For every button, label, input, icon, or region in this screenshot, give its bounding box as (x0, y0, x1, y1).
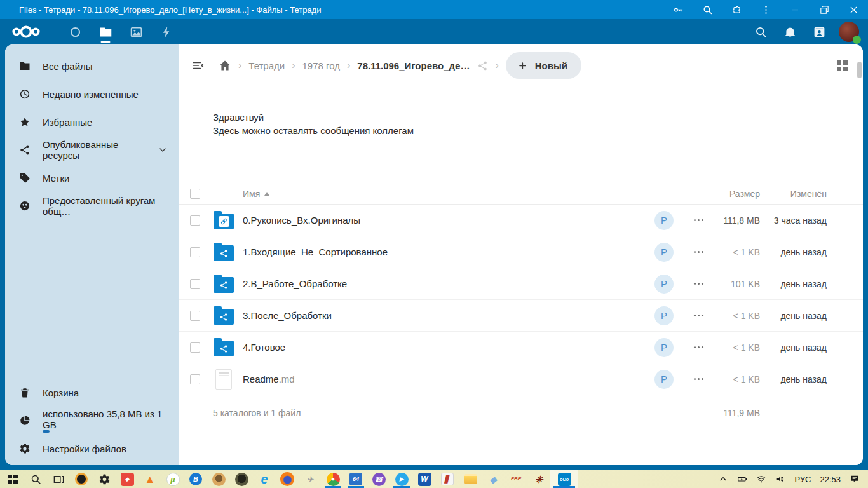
sidebar-item-shares[interactable]: Опубликованные ресурсы (5, 136, 179, 164)
select-all-checkbox[interactable] (190, 189, 200, 199)
taskbar-viber-icon[interactable]: ☎ (367, 470, 390, 488)
taskbar-word-icon[interactable]: W (413, 470, 436, 488)
row-checkbox[interactable] (190, 342, 200, 353)
more-actions-icon[interactable] (698, 378, 700, 380)
user-avatar[interactable] (839, 22, 859, 42)
sharee-avatar[interactable]: P (654, 338, 674, 357)
action-center-icon[interactable] (845, 470, 864, 488)
taskbar-plane-app-icon[interactable]: ✈ (299, 470, 322, 488)
row-checkbox[interactable] (190, 279, 200, 289)
sidebar-item-recent[interactable]: Недавно изменённые (5, 80, 179, 108)
tray-chevron-up-icon[interactable] (714, 470, 733, 488)
more-actions-icon[interactable] (698, 283, 700, 285)
extensions-icon[interactable] (722, 0, 751, 19)
share-current-folder-icon[interactable] (477, 60, 488, 71)
nextcloud-header (0, 19, 868, 44)
tray-battery-icon[interactable] (733, 470, 752, 488)
dashboard-app-icon[interactable] (60, 19, 90, 44)
taskbar-dosbox-icon[interactable]: 64 (344, 470, 367, 488)
grid-view-toggle-icon[interactable] (837, 60, 848, 71)
saved-passwords-icon[interactable] (663, 0, 693, 19)
column-header-modified[interactable]: Изменён (768, 189, 863, 199)
taskbar-search-icon[interactable] (24, 470, 47, 488)
taskbar-edge-icon[interactable]: e (253, 470, 276, 488)
close-button[interactable] (839, 0, 868, 19)
sidebar-item-tags[interactable]: Метки (5, 164, 179, 192)
quota-pie-icon (19, 415, 31, 426)
sidebar-item-shared-with-circles[interactable]: Предоставленный кругам общ… (5, 192, 179, 220)
sharee-avatar[interactable]: P (654, 274, 674, 294)
taskbar-bluetooth-icon[interactable]: B (184, 470, 207, 488)
files-app-icon[interactable] (90, 19, 121, 44)
taskbar-game-character-icon[interactable] (207, 470, 230, 488)
new-button[interactable]: Новый (506, 52, 581, 79)
sharee-avatar[interactable]: P (654, 243, 674, 262)
taskbar-utorrent-icon[interactable]: µ (161, 470, 184, 488)
scrollbar-thumb[interactable] (857, 62, 862, 78)
sidebar-item-favorites[interactable]: Избранные (5, 108, 179, 136)
file-table: Имя Размер Изменён 0.Рукопись_Вх.Оригина… (179, 183, 863, 395)
taskbar-firefox-icon[interactable] (276, 470, 299, 488)
sharee-avatar[interactable]: P (654, 306, 674, 325)
taskbar-telegram-icon[interactable]: ▶ (390, 470, 413, 488)
tray-clock[interactable]: 22:53 (815, 470, 845, 488)
restore-button[interactable] (810, 0, 839, 19)
taskbar-dark-round-app-icon[interactable] (230, 470, 253, 488)
notifications-bell-icon[interactable] (775, 19, 804, 44)
task-view-icon[interactable] (47, 470, 70, 488)
table-row[interactable]: 2.В_Работе_Обработке P 101 KB день назад (179, 268, 863, 300)
activity-app-icon[interactable] (151, 19, 182, 44)
file-name: 4.Готовое (243, 342, 285, 353)
breadcrumb-current-folder[interactable]: 78.11.096_Игорево_де… (357, 60, 470, 71)
table-row[interactable]: 4.Готовое P < 1 KB день назад (179, 332, 863, 363)
sidebar-item-files-settings[interactable]: Настройки файлов (5, 435, 179, 463)
table-row[interactable]: 0.Рукопись_Вх.Оригиналы P 111,8 MB 3 час… (179, 205, 863, 236)
taskbar-vlc-icon[interactable]: ▲ (139, 470, 161, 488)
row-checkbox[interactable] (190, 374, 200, 384)
taskbar-file-explorer-icon[interactable] (459, 470, 482, 488)
sharee-avatar[interactable]: P (654, 370, 674, 389)
sidebar-item-trash[interactable]: Корзина (5, 379, 179, 407)
find-in-page-icon[interactable] (693, 0, 722, 19)
taskbar-settings-icon[interactable] (93, 470, 116, 488)
unified-search-icon[interactable] (746, 19, 775, 44)
table-row[interactable]: 1.Входящие_Не_Сортированное P < 1 KB ден… (179, 236, 863, 268)
folder-shared-icon (214, 245, 234, 261)
taskbar-chrome-icon[interactable]: ● (322, 470, 344, 488)
more-actions-icon[interactable] (698, 251, 700, 253)
contacts-icon[interactable] (804, 19, 834, 44)
taskbar-aimp-icon[interactable] (70, 470, 93, 488)
column-header-name[interactable]: Имя (243, 189, 654, 199)
photos-app-icon[interactable] (121, 19, 151, 44)
column-header-size[interactable]: Размер (714, 189, 768, 199)
tray-wifi-icon[interactable] (752, 470, 771, 488)
browser-menu-icon[interactable] (751, 0, 780, 19)
tray-language-indicator[interactable]: РУС (790, 470, 815, 488)
chevron-down-icon[interactable] (158, 145, 168, 155)
sidebar-item-all-files[interactable]: Все файлы (5, 52, 179, 80)
row-checkbox[interactable] (190, 215, 200, 226)
breadcrumb-1978[interactable]: 1978 год (302, 60, 340, 71)
nextcloud-logo-icon[interactable] (6, 24, 46, 40)
more-actions-icon[interactable] (698, 219, 700, 221)
sharee-avatar[interactable]: P (654, 211, 674, 230)
sidebar-toggle-icon[interactable] (192, 59, 205, 72)
taskbar-nextcloud-icon[interactable]: oOo (550, 470, 578, 488)
minimize-button[interactable] (780, 0, 810, 19)
taskbar-fbe-app-icon[interactable]: FBE (505, 470, 527, 488)
table-row[interactable]: 3.После_Обработки P < 1 KB день назад (179, 300, 863, 332)
breadcrumb-tetradi[interactable]: Тетради (248, 60, 285, 71)
row-checkbox[interactable] (190, 311, 200, 321)
more-actions-icon[interactable] (698, 346, 700, 348)
tray-volume-icon[interactable] (771, 470, 790, 488)
taskbar-crystals-app-icon[interactable]: ◆ (482, 470, 505, 488)
app-body: Все файлы Недавно изменённые Избранные О… (0, 44, 868, 470)
more-actions-icon[interactable] (698, 315, 700, 316)
home-breadcrumb-icon[interactable] (219, 59, 231, 72)
table-row[interactable]: Readme.md P < 1 KB день назад (179, 363, 863, 395)
taskbar-red-diamond-app-icon[interactable]: ◆ (116, 470, 139, 488)
taskbar-pinwheel-app-icon[interactable]: ✳ (527, 470, 550, 488)
start-button-icon[interactable] (1, 470, 24, 488)
row-checkbox[interactable] (190, 247, 200, 257)
taskbar-red-book-app-icon[interactable]: ▋ (436, 470, 459, 488)
